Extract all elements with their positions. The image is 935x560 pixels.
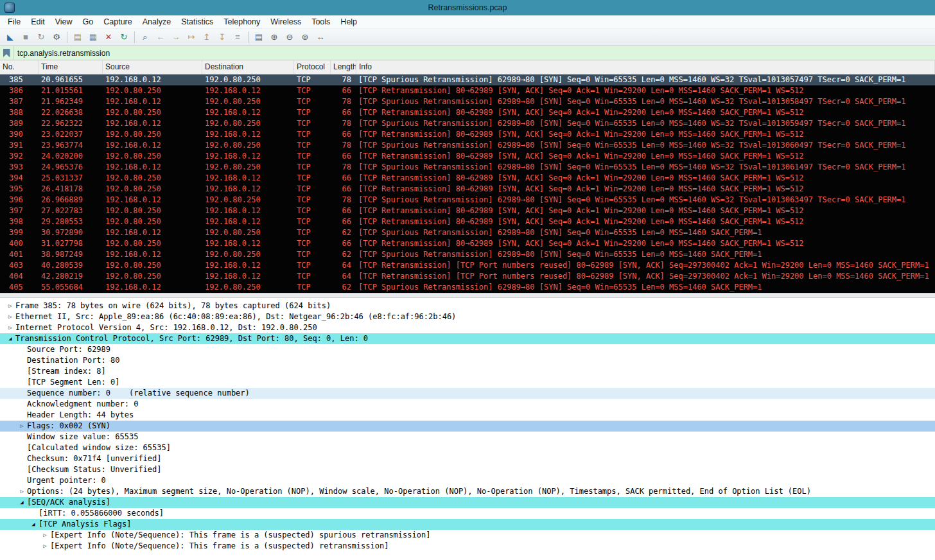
- expander-icon[interactable]: [17, 453, 27, 464]
- packet-row[interactable]: 395 26.418178 192.0.80.250 192.168.0.12 …: [0, 184, 935, 195]
- menu-telephony[interactable]: Telephony: [218, 15, 265, 28]
- detail-tree-row[interactable]: Checksum: 0x71f4 [unverified]: [0, 453, 935, 464]
- resize-columns-icon[interactable]: ↔: [313, 30, 328, 44]
- pane-splitter[interactable]: [0, 293, 935, 298]
- expander-icon[interactable]: [28, 508, 39, 519]
- detail-tree-row[interactable]: Sequence number: 0 (relative sequence nu…: [0, 388, 935, 399]
- go-back-icon[interactable]: ←: [153, 30, 168, 44]
- reload-file-icon[interactable]: ↻: [116, 30, 132, 44]
- column-header-time[interactable]: Time: [39, 60, 103, 74]
- packet-row[interactable]: 400 31.027798 192.0.80.250 192.168.0.12 …: [0, 238, 935, 249]
- packet-row[interactable]: 387 21.962349 192.168.0.12 192.0.80.250 …: [0, 96, 935, 107]
- column-header-destination[interactable]: Destination: [202, 60, 294, 74]
- expander-icon[interactable]: [17, 442, 27, 453]
- column-header-source[interactable]: Source: [103, 60, 202, 74]
- restart-capture-icon[interactable]: ↻: [33, 30, 49, 44]
- expander-icon[interactable]: [28, 519, 39, 530]
- go-forward-icon[interactable]: →: [168, 30, 184, 44]
- capture-options-icon[interactable]: ⚙: [49, 30, 64, 44]
- detail-tree-row[interactable]: Source Port: 62989: [0, 344, 935, 355]
- packet-row[interactable]: 394 25.031337 192.0.80.250 192.168.0.12 …: [0, 173, 935, 184]
- menu-analyze[interactable]: Analyze: [137, 15, 176, 28]
- detail-tree-row[interactable]: [Checksum Status: Unverified]: [0, 464, 935, 475]
- detail-tree-row[interactable]: Options: (24 bytes), Maximum segment siz…: [0, 486, 935, 497]
- menu-statistics[interactable]: Statistics: [176, 15, 218, 28]
- expander-icon[interactable]: [17, 399, 27, 410]
- detail-tree-row[interactable]: Transmission Control Protocol, Src Port:…: [0, 333, 935, 344]
- expander-icon[interactable]: [17, 497, 27, 508]
- detail-tree-row[interactable]: Frame 385: 78 bytes on wire (624 bits), …: [0, 301, 935, 311]
- packet-row[interactable]: 385 20.961655 192.168.0.12 192.0.80.250 …: [0, 74, 935, 85]
- detail-tree-row[interactable]: [iRTT: 0.055866000 seconds]: [0, 508, 935, 519]
- expander-icon[interactable]: [17, 421, 27, 432]
- expander-icon[interactable]: [5, 301, 15, 311]
- packet-row[interactable]: 398 29.280553 192.0.80.250 192.168.0.12 …: [0, 216, 935, 227]
- expander-icon[interactable]: [17, 344, 27, 355]
- detail-tree-row[interactable]: Urgent pointer: 0: [0, 475, 935, 486]
- expander-icon[interactable]: [17, 464, 27, 475]
- expander-icon[interactable]: [40, 530, 50, 541]
- stop-capture-icon[interactable]: ■: [18, 30, 33, 44]
- detail-tree-row[interactable]: Header Length: 44 bytes: [0, 410, 935, 421]
- zoom-100-icon[interactable]: ⊚: [297, 30, 313, 44]
- colorize-packets-icon[interactable]: ▤: [251, 30, 267, 44]
- expander-icon[interactable]: [17, 486, 27, 497]
- packet-row[interactable]: 391 23.963774 192.168.0.12 192.0.80.250 …: [0, 140, 935, 151]
- find-packet-icon[interactable]: ⌕: [137, 30, 153, 44]
- filter-bookmark-button[interactable]: [0, 46, 13, 60]
- packet-row[interactable]: 388 22.026638 192.0.80.250 192.168.0.12 …: [0, 107, 935, 118]
- packet-row[interactable]: 396 26.966889 192.168.0.12 192.0.80.250 …: [0, 195, 935, 206]
- display-filter-input[interactable]: [13, 46, 935, 60]
- zoom-out-icon[interactable]: ⊖: [282, 30, 297, 44]
- detail-tree-row[interactable]: Ethernet II, Src: Apple_89:ea:86 (6c:40:…: [0, 311, 935, 322]
- packet-row[interactable]: 392 24.020200 192.0.80.250 192.168.0.12 …: [0, 151, 935, 162]
- expander-icon[interactable]: [17, 377, 27, 388]
- packet-row[interactable]: 405 55.055684 192.168.0.12 192.0.80.250 …: [0, 282, 935, 293]
- go-last-icon[interactable]: ↧: [214, 30, 230, 44]
- detail-tree-row[interactable]: [Calculated window size: 65535]: [0, 442, 935, 453]
- menu-capture[interactable]: Capture: [98, 15, 137, 28]
- column-header-info[interactable]: Info: [356, 60, 935, 74]
- menu-file[interactable]: File: [3, 15, 26, 28]
- detail-tree-row[interactable]: Acknowledgment number: 0: [0, 399, 935, 410]
- detail-tree-row[interactable]: Window size value: 65535: [0, 432, 935, 442]
- expander-icon[interactable]: [17, 410, 27, 421]
- detail-tree-row[interactable]: Destination Port: 80: [0, 355, 935, 366]
- column-header-protocol[interactable]: Protocol: [294, 60, 331, 74]
- open-file-icon[interactable]: ▤: [70, 30, 85, 44]
- detail-tree-row[interactable]: [SEQ/ACK analysis]: [0, 497, 935, 508]
- expander-icon[interactable]: [5, 322, 15, 333]
- packet-row[interactable]: 397 27.022783 192.0.80.250 192.168.0.12 …: [0, 206, 935, 216]
- expander-icon[interactable]: [17, 432, 27, 442]
- expander-icon[interactable]: [17, 475, 27, 486]
- column-header-length[interactable]: Length: [331, 60, 356, 74]
- detail-tree-row[interactable]: [Stream index: 8]: [0, 366, 935, 377]
- column-header-no[interactable]: No.: [0, 60, 39, 74]
- zoom-in-icon[interactable]: ⊕: [267, 30, 282, 44]
- detail-tree-row[interactable]: Internet Protocol Version 4, Src: 192.16…: [0, 322, 935, 333]
- expander-icon[interactable]: [17, 366, 27, 377]
- packet-row[interactable]: 404 42.280219 192.0.80.250 192.168.0.12 …: [0, 271, 935, 282]
- auto-scroll-icon[interactable]: ≡: [230, 30, 245, 44]
- packet-row[interactable]: 401 38.987249 192.168.0.12 192.0.80.250 …: [0, 249, 935, 260]
- expander-icon[interactable]: [5, 333, 15, 344]
- detail-tree-row[interactable]: [TCP Analysis Flags]: [0, 519, 935, 530]
- menu-go[interactable]: Go: [78, 15, 99, 28]
- packet-row[interactable]: 393 24.965376 192.168.0.12 192.0.80.250 …: [0, 162, 935, 173]
- start-capture-icon[interactable]: ◣: [3, 30, 18, 44]
- packet-row[interactable]: 403 40.280539 192.0.80.250 192.168.0.12 …: [0, 260, 935, 271]
- detail-tree-row[interactable]: [Expert Info (Note/Sequence): This frame…: [0, 541, 935, 552]
- menu-wireless[interactable]: Wireless: [265, 15, 306, 28]
- detail-tree-row[interactable]: Flags: 0x002 (SYN): [0, 421, 935, 432]
- detail-tree-row[interactable]: [TCP Segment Len: 0]: [0, 377, 935, 388]
- packet-row[interactable]: 399 30.972890 192.168.0.12 192.0.80.250 …: [0, 227, 935, 238]
- menu-view[interactable]: View: [50, 15, 78, 28]
- packet-row[interactable]: 386 21.015561 192.0.80.250 192.168.0.12 …: [0, 85, 935, 96]
- close-file-icon[interactable]: ✕: [101, 30, 116, 44]
- packet-row[interactable]: 389 22.962322 192.168.0.12 192.0.80.250 …: [0, 118, 935, 129]
- go-first-icon[interactable]: ↥: [199, 30, 214, 44]
- menu-edit[interactable]: Edit: [26, 15, 50, 28]
- expander-icon[interactable]: [40, 541, 50, 552]
- menu-help[interactable]: Help: [335, 15, 362, 28]
- go-to-packet-icon[interactable]: ↦: [184, 30, 199, 44]
